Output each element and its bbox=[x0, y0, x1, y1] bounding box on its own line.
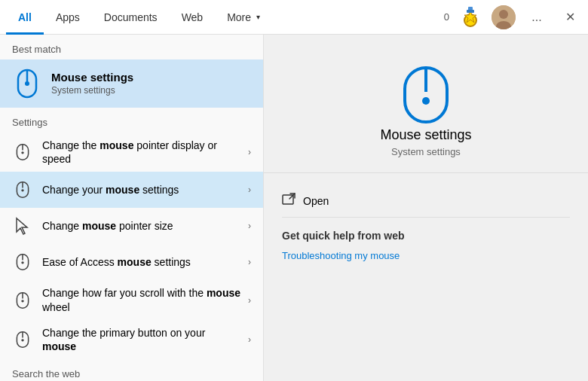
settings-item-text: Change your mouse settings bbox=[42, 183, 242, 197]
chevron-icon: › bbox=[248, 257, 251, 267]
chevron-icon: › bbox=[248, 184, 251, 195]
svg-point-9 bbox=[25, 81, 29, 86]
svg-point-5 bbox=[499, 10, 508, 19]
svg-point-24 bbox=[21, 339, 23, 341]
settings-item-pointer-display[interactable]: Change the mouse pointer display or spee… bbox=[0, 133, 263, 172]
settings-item-text: Ease of Access mouse settings bbox=[42, 255, 242, 269]
settings-item-text: Change how far you scroll with the mouse… bbox=[42, 286, 242, 313]
settings-item-text: Change mouse pointer size bbox=[42, 219, 242, 233]
svg-point-18 bbox=[21, 262, 23, 264]
svg-point-15 bbox=[21, 190, 23, 192]
open-label: Open bbox=[303, 195, 329, 207]
settings-item-icon bbox=[12, 215, 33, 236]
badge-count: 0 bbox=[444, 11, 449, 23]
tab-more[interactable]: More ▾ bbox=[215, 0, 272, 35]
close-button[interactable]: ✕ bbox=[558, 5, 582, 29]
chevron-icon: › bbox=[248, 295, 251, 306]
svg-point-21 bbox=[21, 300, 23, 302]
right-bottom: Open Get quick help from web Troubleshoo… bbox=[264, 173, 588, 273]
svg-line-31 bbox=[289, 194, 295, 199]
settings-label: Settings bbox=[0, 108, 263, 133]
svg-point-12 bbox=[21, 151, 23, 154]
tab-web[interactable]: Web bbox=[170, 0, 216, 35]
top-bar-actions: 0 ... ✕ bbox=[444, 5, 582, 29]
right-panel: Mouse settings System settings Open Get … bbox=[264, 35, 588, 381]
svg-point-29 bbox=[422, 97, 430, 105]
web-search-label: Search the web bbox=[0, 359, 263, 381]
settings-item-icon bbox=[12, 142, 33, 163]
settings-item-icon bbox=[12, 179, 33, 200]
tab-all[interactable]: All bbox=[6, 0, 44, 35]
tab-documents[interactable]: Documents bbox=[92, 0, 170, 35]
right-subtitle: System settings bbox=[391, 146, 461, 157]
settings-item-text: Change the mouse pointer display or spee… bbox=[42, 139, 242, 166]
chevron-icon: › bbox=[248, 147, 251, 157]
settings-item-scroll[interactable]: Change how far you scroll with the mouse… bbox=[0, 280, 263, 319]
more-options-button[interactable]: ... bbox=[525, 5, 549, 29]
help-title: Get quick help from web bbox=[282, 230, 570, 242]
top-bar: All Apps Documents Web More ▾ 0 bbox=[0, 0, 588, 35]
chevron-down-icon: ▾ bbox=[256, 13, 260, 21]
left-panel: Best match Mouse settings System setting… bbox=[0, 35, 264, 381]
best-match-label: Best match bbox=[0, 35, 263, 59]
tab-apps[interactable]: Apps bbox=[44, 0, 92, 35]
settings-item-text: Change the primary button on your mouse bbox=[42, 326, 242, 353]
settings-item-pointer-size[interactable]: Change mouse pointer size › bbox=[0, 208, 263, 244]
best-match-item[interactable]: Mouse settings System settings bbox=[0, 59, 263, 108]
chevron-icon: › bbox=[248, 334, 251, 345]
mouse-large-icon bbox=[399, 65, 453, 127]
settings-item-icon bbox=[12, 251, 33, 273]
open-button[interactable]: Open bbox=[282, 185, 570, 218]
help-link[interactable]: Troubleshooting my mouse bbox=[282, 250, 400, 261]
settings-item-icon bbox=[12, 329, 33, 350]
settings-list: Change the mouse pointer display or spee… bbox=[0, 133, 263, 359]
best-match-text: Mouse settings System settings bbox=[51, 70, 251, 96]
settings-item-primary-button[interactable]: Change the primary button on your mouse … bbox=[0, 320, 263, 359]
svg-rect-3 bbox=[467, 10, 474, 13]
help-links-list: Troubleshooting my mouse bbox=[282, 249, 570, 261]
best-match-subtitle: System settings bbox=[51, 85, 251, 97]
user-avatar[interactable] bbox=[492, 5, 516, 29]
main-content: Best match Mouse settings System setting… bbox=[0, 35, 588, 381]
right-top: Mouse settings System settings bbox=[264, 35, 588, 173]
settings-item-your-mouse-settings[interactable]: Change your mouse settings › bbox=[0, 172, 263, 208]
medal-icon[interactable] bbox=[458, 5, 482, 29]
settings-item-ease-of-access[interactable]: Ease of Access mouse settings › bbox=[0, 244, 263, 280]
right-title: Mouse settings bbox=[380, 127, 471, 143]
best-match-icon bbox=[12, 69, 42, 99]
best-match-title: Mouse settings bbox=[51, 70, 251, 85]
chevron-icon: › bbox=[248, 221, 251, 231]
settings-item-icon bbox=[12, 290, 33, 311]
open-window-icon bbox=[282, 193, 296, 209]
